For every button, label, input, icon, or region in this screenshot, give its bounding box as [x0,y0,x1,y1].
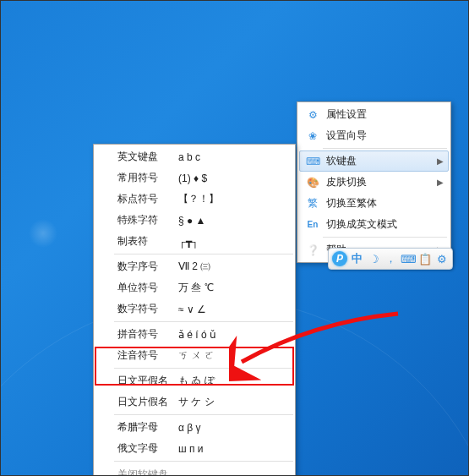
sk-item-label: 特殊字符 [94,213,178,227]
ime-softkeyboard-icon[interactable]: ⌨ [401,253,415,265]
ime-halfwidth-icon[interactable]: ☽ [367,253,381,265]
ime-toolbox-icon[interactable]: 📋 [417,253,432,265]
sk-item-number-symbols[interactable]: 数字符号 ≈ ∨ ∠ [94,298,295,320]
sk-item-sample: サ ケ シ [178,395,295,409]
submenu-arrow-icon: ▶ [437,178,444,187]
gear-icon: ⚙ [304,109,321,121]
menu-item-soft-keyboard[interactable]: ⌨ 软键盘 ▶ [299,150,449,172]
menu-separator [114,414,293,415]
ime-logo-icon[interactable]: P [332,251,347,266]
sk-item-label: 俄文字母 [94,441,178,456]
settings-context-menu[interactable]: ⚙ 属性设置 ❀ 设置向导 ⌨ 软键盘 ▶ 🎨 皮肤切换 ▶ 繁 切换至繁体 E… [297,101,451,263]
menu-item-english-mode[interactable]: En 切换成英文模式 [299,214,449,235]
sk-item-sample: (1) ♦ $ [178,172,295,184]
sk-item-label: 希腊字母 [94,420,178,435]
menu-item-properties[interactable]: ⚙ 属性设置 [299,104,449,125]
ime-status-bar[interactable]: P 中 ☽ ， ⌨ 📋 ⚙ [328,248,453,270]
sk-item-label: 常用符号 [94,171,178,185]
ime-punct-icon[interactable]: ， [384,251,398,266]
menu-item-label: 属性设置 [321,107,444,122]
sk-item-greek[interactable]: 希腊字母 α β γ [94,417,295,438]
submenu-arrow-icon: ▶ [437,156,444,166]
menu-item-label: 设置向导 [321,129,444,143]
sk-item-table-chars[interactable]: 制表符 ┌┳┐ [94,231,295,252]
sk-item-sample: ш п и [178,443,295,455]
sk-item-sample: α β γ [178,422,295,434]
menu-item-setup-wizard[interactable]: ❀ 设置向导 [299,125,449,146]
sk-item-english[interactable]: 英文键盘 a b c [94,146,295,167]
sk-item-sample: Ⅶ 2 ㈢ [178,260,295,274]
ime-mode-chinese[interactable]: 中 [350,251,364,266]
sk-item-pinyin[interactable]: 拼音符号 ǎ é í ó ǔ [94,324,295,345]
sk-item-label: 日文片假名 [94,395,178,409]
palette-icon: 🎨 [304,177,321,189]
sk-item-punctuation[interactable]: 标点符号 【？！】 [94,189,295,210]
menu-item-label: 软键盘 [321,154,437,168]
sk-item-label: 注音符号 [94,348,178,363]
sk-item-label: 日文平假名 [94,374,178,388]
ime-settings-icon[interactable]: ⚙ [434,253,449,265]
wizard-icon: ❀ [304,130,321,142]
menu-item-label: 皮肤切换 [321,175,437,189]
keyboard-icon: ⌨ [304,156,321,167]
sk-item-katakana[interactable]: 日文片假名 サ ケ シ [94,391,295,413]
menu-separator [323,148,447,149]
help-icon: ❔ [304,244,321,256]
sk-close-soft-keyboard[interactable]: 关闭软键盘 [94,463,295,476]
sk-item-label: 数字序号 [94,260,178,274]
menu-item-label: 切换至繁体 [321,196,444,211]
menu-separator [114,461,293,462]
sk-item-label: 单位符号 [94,281,178,295]
sk-item-label: 数字符号 [94,302,178,316]
menu-separator [114,368,293,369]
sk-item-sample: 万 叁 ℃ [178,281,295,295]
sk-item-common-symbols[interactable]: 常用符号 (1) ♦ $ [94,167,295,189]
menu-separator [114,254,293,254]
menu-separator [114,321,293,322]
soft-keyboard-submenu[interactable]: 英文键盘 a b c 常用符号 (1) ♦ $ 标点符号 【？！】 特殊字符 §… [93,144,296,476]
sk-item-special-chars[interactable]: 特殊字符 § ● ▲ [94,210,295,231]
menu-item-label: 切换成英文模式 [321,217,444,232]
sk-close-label: 关闭软键盘 [117,468,168,476]
sk-item-sample: ㄎ ㄨ ㄛ [178,348,295,363]
menu-separator [323,237,447,238]
sk-item-unit-symbols[interactable]: 单位符号 万 叁 ℃ [94,277,295,298]
sk-item-label: 英文键盘 [94,150,178,164]
sk-item-hiragana[interactable]: 日文平假名 も ゐ ぽ [94,370,295,391]
sk-item-sample: ┌┳┐ [178,236,295,248]
en-icon: En [304,220,321,229]
sk-item-sample: も ゐ ぽ [178,374,295,388]
sk-item-sample: § ● ▲ [178,215,295,227]
sk-item-zhuyin[interactable]: 注音符号 ㄎ ㄨ ㄛ [94,345,295,366]
sk-item-sample: a b c [178,151,295,163]
menu-item-traditional[interactable]: 繁 切换至繁体 [299,193,449,214]
sk-item-sample: 【？！】 [178,192,295,206]
sk-item-russian[interactable]: 俄文字母 ш п и [94,438,295,459]
menu-item-skin-switch[interactable]: 🎨 皮肤切换 ▶ [299,172,449,193]
sk-item-sample: ǎ é í ó ǔ [178,329,295,341]
sk-item-label: 制表符 [94,234,178,249]
trad-icon: 繁 [304,196,321,211]
sk-item-sample: ≈ ∨ ∠ [178,304,295,315]
sk-item-number-serial[interactable]: 数字序号 Ⅶ 2 ㈢ [94,256,295,277]
sk-item-label: 拼音符号 [94,327,178,342]
sk-item-label: 标点符号 [94,192,178,206]
